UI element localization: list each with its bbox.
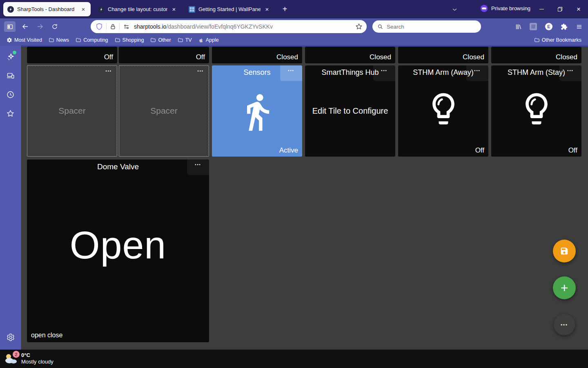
- bookmark-apple[interactable]: Apple: [196, 36, 221, 44]
- reload-button[interactable]: [49, 21, 60, 32]
- tab-close-button[interactable]: ×: [79, 5, 87, 13]
- tab-close-button[interactable]: ×: [170, 5, 178, 13]
- private-browsing-label: Private browsing: [491, 5, 530, 11]
- add-tile-button[interactable]: +: [553, 276, 576, 299]
- extensions-button[interactable]: [558, 21, 570, 32]
- bookmark-label: Other Bookmarks: [542, 37, 581, 43]
- lock-icon[interactable]: [110, 24, 116, 30]
- new-tab-button[interactable]: +: [279, 4, 290, 15]
- bookmark-folder-shopping[interactable]: Shopping: [112, 36, 147, 44]
- tile-partial-6[interactable]: Closed: [491, 47, 581, 63]
- weather-widget[interactable]: 2 0°C Mostly cloudy: [3, 351, 53, 366]
- tile-partial-5[interactable]: Closed: [398, 47, 488, 63]
- permissions-icon[interactable]: [123, 23, 130, 30]
- list-all-tabs-button[interactable]: [450, 4, 459, 14]
- tab-title: SharpTools - Dashboard: [17, 6, 77, 12]
- chevron-down-icon: [452, 7, 458, 13]
- spacer-tile-1: ••• Spacer: [27, 65, 117, 157]
- wallpanel-favicon: [189, 6, 195, 13]
- weather-temp: 0°C: [21, 352, 53, 359]
- gear-icon: [7, 37, 12, 43]
- ai-chatbot-button[interactable]: [4, 50, 17, 63]
- puzzle-piece-icon: [561, 23, 568, 30]
- tile-menu-button[interactable]: •••: [559, 65, 581, 81]
- search-input[interactable]: [387, 24, 468, 30]
- bookmark-label: Most Visited: [14, 37, 42, 43]
- tile-partial-4[interactable]: Closed: [305, 47, 395, 63]
- library-button[interactable]: [512, 21, 524, 32]
- tile-partial-3[interactable]: Closed: [212, 47, 302, 63]
- sharptools-favicon: [7, 6, 14, 13]
- history-button[interactable]: [4, 88, 17, 101]
- valve-actions[interactable]: open close: [31, 332, 62, 339]
- sthm-arm-away-tile[interactable]: STHM Arm (Away) ••• Off: [398, 65, 488, 157]
- tile-status: Closed: [463, 53, 484, 61]
- toolbar-search[interactable]: [372, 20, 481, 33]
- tile-menu-button[interactable]: •••: [106, 69, 112, 73]
- sensors-tile[interactable]: Sensors ••• Active: [212, 65, 302, 157]
- tile-menu-button[interactable]: •••: [280, 65, 302, 81]
- folder-icon: [534, 37, 540, 43]
- bookmark-label: Computing: [83, 37, 108, 43]
- tab-wallpanel[interactable]: Getting Started | WallPanel ×: [185, 2, 274, 16]
- private-browsing-badge: Private browsing: [480, 4, 530, 12]
- sidebar-toggle-button[interactable]: [4, 21, 16, 32]
- smartthings-hub-tile[interactable]: SmartThings Hub ••• Edit Tile to Configu…: [305, 65, 395, 157]
- tile-menu-button[interactable]: •••: [466, 65, 488, 81]
- synced-tabs-button[interactable]: [4, 69, 17, 82]
- spacer-tile-2: ••• Spacer: [119, 65, 209, 157]
- forward-button[interactable]: [34, 21, 46, 32]
- tab-sharptools-dashboard[interactable]: SharpTools - Dashboard ×: [3, 2, 91, 16]
- bookmark-folder-tv[interactable]: TV: [175, 36, 194, 44]
- sthm-arm-stay-tile[interactable]: STHM Arm (Stay) ••• Off: [491, 65, 581, 157]
- lightbulb-icon: [425, 90, 462, 129]
- dimmed-extension-icon: [530, 23, 537, 30]
- extension-e-icon: E: [545, 23, 552, 30]
- tile-menu-button[interactable]: •••: [373, 65, 395, 81]
- sidebar-settings-button[interactable]: [4, 331, 17, 344]
- back-arrow-icon: [22, 23, 29, 30]
- divider: [106, 23, 107, 30]
- ellipsis-icon: •••: [195, 163, 201, 167]
- tile-status: Off: [475, 146, 484, 155]
- tab-title: Change tile layout: custom attri: [108, 6, 167, 12]
- disabled-extension-button[interactable]: [528, 21, 539, 32]
- bookmark-label: Other: [158, 37, 171, 43]
- more-options-button[interactable]: •••: [554, 314, 575, 335]
- back-button[interactable]: [20, 21, 31, 32]
- bookmark-star-icon[interactable]: [355, 23, 363, 30]
- bookmark-folder-computing[interactable]: Computing: [73, 36, 110, 44]
- bookmarks-sidebar-button[interactable]: [4, 107, 17, 120]
- weather-condition: Mostly cloudy: [21, 359, 53, 365]
- community-favicon: [98, 6, 105, 13]
- restore-button[interactable]: [553, 3, 567, 15]
- url-domain: sharptools.io: [134, 23, 166, 30]
- url-text[interactable]: sharptools.io/dashboard/view/foEvfqlnq6Y…: [134, 23, 355, 30]
- tile-menu-button[interactable]: •••: [198, 69, 204, 73]
- tab-change-tile-layout[interactable]: Change tile layout: custom attri ×: [94, 2, 181, 16]
- bookmark-most-visited[interactable]: Most Visited: [4, 36, 45, 44]
- folder-icon: [49, 37, 54, 43]
- tile-menu-button[interactable]: •••: [187, 159, 209, 175]
- url-bar[interactable]: sharptools.io/dashboard/view/foEvfqlnq6Y…: [91, 20, 367, 33]
- ellipsis-icon: •••: [381, 69, 387, 73]
- other-bookmarks-button[interactable]: Other Bookmarks: [532, 36, 584, 44]
- bookmark-label: News: [56, 37, 69, 43]
- ellipsis-icon: •••: [474, 69, 480, 73]
- minimize-button[interactable]: [535, 3, 548, 15]
- save-dashboard-button[interactable]: [553, 240, 576, 263]
- tracking-protection-shield-icon[interactable]: [96, 23, 103, 30]
- gear-icon: [7, 333, 15, 341]
- library-icon: [515, 23, 522, 30]
- bookmark-folder-news[interactable]: News: [46, 36, 71, 44]
- extension-e-button[interactable]: E: [543, 21, 555, 32]
- tile-partial-1[interactable]: Off: [27, 47, 117, 63]
- bookmark-folder-other[interactable]: Other: [148, 36, 173, 44]
- url-path: /dashboard/view/foEvfqlnq6YGKZYvSKKv: [166, 23, 273, 30]
- tile-partial-2[interactable]: Off: [119, 47, 209, 63]
- dome-valve-tile[interactable]: Dome Valve ••• Open open close: [27, 159, 209, 342]
- folder-icon: [76, 37, 81, 43]
- close-window-button[interactable]: ×: [572, 3, 586, 15]
- tab-close-button[interactable]: ×: [263, 5, 271, 13]
- app-menu-button[interactable]: [573, 21, 585, 32]
